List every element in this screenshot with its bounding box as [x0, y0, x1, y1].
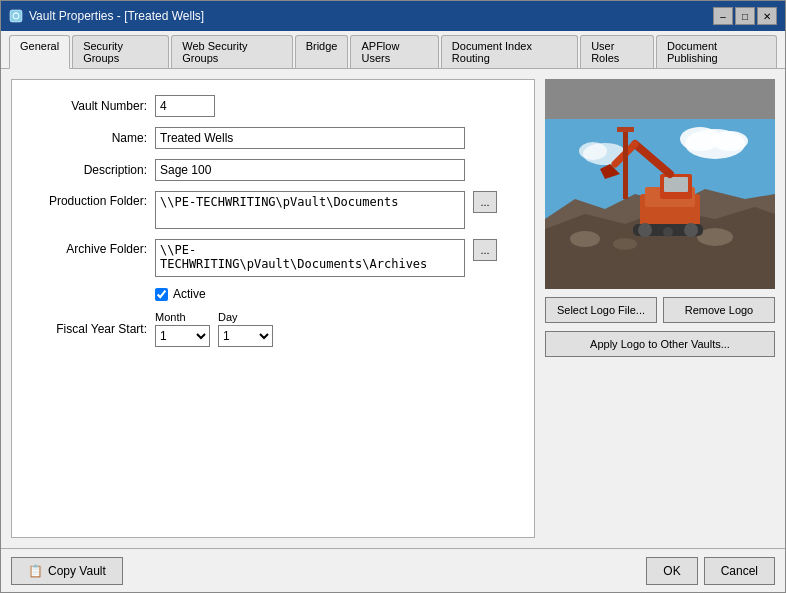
- day-group: Day 1 2 3 4 5 6 7 8 9 10 15: [218, 311, 273, 347]
- fiscal-year-row: Fiscal Year Start: Month 1 2 3 4 5 6 7 8: [27, 311, 519, 347]
- svg-rect-26: [623, 129, 628, 199]
- description-row: Description:: [27, 159, 519, 181]
- vault-number-row: Vault Number:: [27, 95, 519, 117]
- fiscal-sub-controls: Month 1 2 3 4 5 6 7 8 9 10 11: [155, 311, 273, 347]
- footer-right: OK Cancel: [646, 557, 775, 585]
- tab-apflow-users[interactable]: APFlow Users: [350, 35, 438, 68]
- production-folder-label: Production Folder:: [27, 191, 147, 208]
- svg-rect-18: [664, 177, 688, 192]
- production-folder-input[interactable]: \\PE-TECHWRITING\pVault\Documents: [155, 191, 465, 229]
- tab-web-security-groups[interactable]: Web Security Groups: [171, 35, 292, 68]
- archive-folder-browse-button[interactable]: ...: [473, 239, 497, 261]
- svg-point-25: [663, 227, 673, 237]
- description-input[interactable]: [155, 159, 465, 181]
- archive-folder-label: Archive Folder:: [27, 239, 147, 256]
- cancel-button[interactable]: Cancel: [704, 557, 775, 585]
- logo-button-row: Select Logo File... Remove Logo: [545, 297, 775, 323]
- copy-vault-label: Copy Vault: [48, 564, 106, 578]
- active-row: Active: [155, 287, 519, 301]
- day-select[interactable]: 1 2 3 4 5 6 7 8 9 10 15 20 25: [218, 325, 273, 347]
- tab-user-roles[interactable]: User Roles: [580, 35, 654, 68]
- minimize-button[interactable]: –: [713, 7, 733, 25]
- tab-security-groups[interactable]: Security Groups: [72, 35, 169, 68]
- footer-left: 📋 Copy Vault: [11, 557, 123, 585]
- svg-point-7: [712, 131, 748, 151]
- vault-icon: [9, 9, 23, 23]
- archive-folder-input[interactable]: \\PE-TECHWRITING\pVault\Documents\Archiv…: [155, 239, 465, 277]
- tab-bar: General Security Groups Web Security Gro…: [1, 31, 785, 69]
- ok-button[interactable]: OK: [646, 557, 697, 585]
- tab-general[interactable]: General: [9, 35, 70, 69]
- apply-logo-button[interactable]: Apply Logo to Other Vaults...: [545, 331, 775, 357]
- vault-number-label: Vault Number:: [27, 99, 147, 113]
- tab-document-index-routing[interactable]: Document Index Routing: [441, 35, 578, 68]
- tab-document-publishing[interactable]: Document Publishing: [656, 35, 777, 68]
- month-label: Month: [155, 311, 210, 323]
- fiscal-year-label: Fiscal Year Start:: [27, 322, 147, 336]
- select-logo-button[interactable]: Select Logo File...: [545, 297, 657, 323]
- svg-rect-3: [545, 79, 775, 119]
- active-checkbox[interactable]: [155, 288, 168, 301]
- name-row: Name:: [27, 127, 519, 149]
- svg-point-23: [638, 223, 652, 237]
- name-label: Name:: [27, 131, 147, 145]
- main-window: Vault Properties - [Treated Wells] – □ ✕…: [0, 0, 786, 593]
- day-label: Day: [218, 311, 273, 323]
- logo-image-container: [545, 79, 775, 289]
- month-group: Month 1 2 3 4 5 6 7 8 9 10 11: [155, 311, 210, 347]
- production-folder-row: Production Folder: \\PE-TECHWRITING\pVau…: [27, 191, 519, 229]
- main-content: Vault Number: Name: Description: Product…: [1, 69, 785, 548]
- vault-number-input[interactable]: [155, 95, 215, 117]
- copy-vault-icon: 📋: [28, 564, 43, 578]
- logo-panel: Select Logo File... Remove Logo Apply Lo…: [545, 79, 775, 538]
- svg-point-9: [579, 142, 607, 160]
- copy-vault-button[interactable]: 📋 Copy Vault: [11, 557, 123, 585]
- name-input[interactable]: [155, 127, 465, 149]
- description-label: Description:: [27, 163, 147, 177]
- restore-button[interactable]: □: [735, 7, 755, 25]
- window-title: Vault Properties - [Treated Wells]: [29, 9, 204, 23]
- title-bar: Vault Properties - [Treated Wells] – □ ✕: [1, 1, 785, 31]
- svg-point-12: [570, 231, 600, 247]
- active-label[interactable]: Active: [173, 287, 206, 301]
- month-select[interactable]: 1 2 3 4 5 6 7 8 9 10 11 12: [155, 325, 210, 347]
- svg-point-24: [684, 223, 698, 237]
- title-bar-left: Vault Properties - [Treated Wells]: [9, 9, 204, 23]
- title-bar-controls: – □ ✕: [713, 7, 777, 25]
- form-panel: Vault Number: Name: Description: Product…: [11, 79, 535, 538]
- close-button[interactable]: ✕: [757, 7, 777, 25]
- tab-bridge[interactable]: Bridge: [295, 35, 349, 68]
- production-folder-browse-button[interactable]: ...: [473, 191, 497, 213]
- svg-point-13: [613, 238, 637, 250]
- svg-rect-0: [10, 10, 22, 22]
- svg-rect-27: [617, 127, 634, 132]
- logo-image: [545, 79, 775, 289]
- footer: 📋 Copy Vault OK Cancel: [1, 548, 785, 592]
- remove-logo-button[interactable]: Remove Logo: [663, 297, 775, 323]
- archive-folder-row: Archive Folder: \\PE-TECHWRITING\pVault\…: [27, 239, 519, 277]
